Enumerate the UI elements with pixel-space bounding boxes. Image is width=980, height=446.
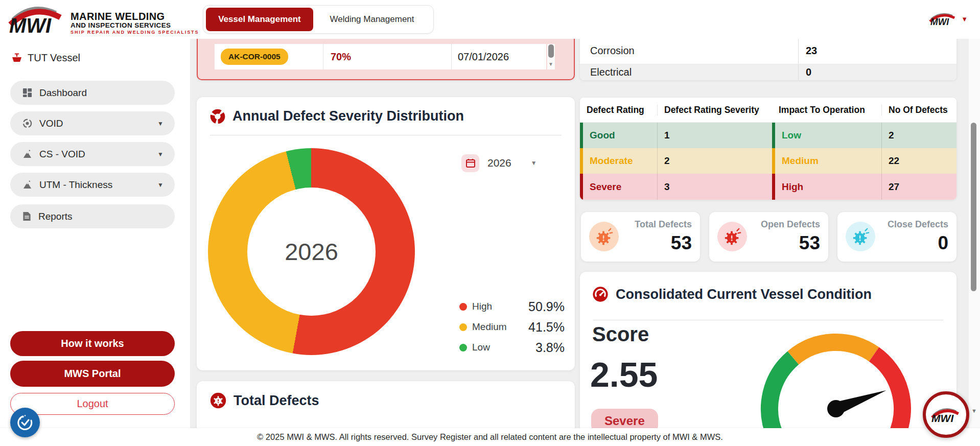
sidebar-item-reports[interactable]: Reports: [10, 204, 175, 228]
tab-welding-management[interactable]: Welding Management: [313, 8, 431, 31]
inspection-table-scrollbar[interactable]: ▼: [547, 44, 555, 69]
sidebar-item-utm-thickness[interactable]: UTM - Thickness ▼: [10, 173, 175, 197]
legend-item-low: Low 3.8%: [459, 340, 565, 355]
sidebar-item-label: CS - VOID: [39, 149, 85, 160]
legend-value: 41.5%: [528, 320, 565, 335]
card-header: Total Defects: [210, 392, 319, 409]
category-value: 23: [798, 37, 956, 64]
sidebar-item-cs-void[interactable]: CS - VOID ▼: [10, 142, 175, 166]
category-value: 0: [798, 64, 956, 80]
year-selector[interactable]: 2026 ▼: [461, 152, 553, 174]
legend-value: 50.9%: [528, 299, 565, 314]
sidebar-item-void[interactable]: VOID ▼: [10, 111, 175, 135]
cookie-check-icon: [16, 414, 34, 431]
column-header: Impact To Operation: [772, 105, 881, 115]
page-scrollbar[interactable]: ▼: [969, 39, 980, 428]
sidebar-item-label: UTM - Thickness: [39, 179, 112, 191]
footer: © 2025 MWI & MWS. All rights reserved. S…: [0, 428, 980, 446]
top-header: MWI MARINE WELDING AND INSPECTION SERVIC…: [0, 0, 980, 39]
stat-label: Total Defects: [635, 219, 692, 230]
category-label: Electrical: [580, 66, 798, 78]
table-row: Corrosion 23: [580, 37, 956, 64]
chevron-down-icon: ▼: [157, 181, 164, 189]
severity-donut-chart: 2026: [208, 148, 415, 355]
gauge-icon: [592, 286, 609, 302]
stat-value: 0: [938, 232, 948, 254]
stat-card-close-defects: Close Defects 0: [837, 212, 956, 262]
card-title: Annual Defect Severity Distribution: [232, 108, 464, 124]
stat-label: Close Defects: [888, 219, 948, 230]
vessel-selector[interactable]: TUT Vessel: [11, 52, 80, 64]
defects-cell: 2: [881, 123, 956, 148]
severity-cell: 3: [657, 174, 772, 200]
rating-cell: Good: [580, 123, 657, 148]
defect-rating-table: Defect Rating Defect Rating Severity Imp…: [580, 98, 956, 200]
scrollbar-thumb[interactable]: [548, 44, 554, 58]
stat-card-total-defects: Total Defects 53: [581, 212, 700, 262]
mws-portal-button[interactable]: MWS Portal: [10, 361, 175, 387]
chevron-down-icon: ▼: [531, 159, 537, 167]
cookie-consent-widget[interactable]: [10, 408, 40, 437]
mwi-logo-icon: MWI: [7, 2, 67, 37]
legend-label: High: [472, 301, 492, 312]
card-title: Total Defects: [234, 393, 319, 409]
tab-vessel-management[interactable]: Vessel Management: [206, 8, 313, 31]
mountain-icon: [22, 149, 32, 159]
legend-item-high: High 50.9%: [459, 299, 565, 314]
scroll-down-icon[interactable]: ▼: [548, 61, 553, 67]
stat-label: Open Defects: [761, 219, 820, 230]
target-icon: [22, 119, 32, 128]
severity-cell: 1: [657, 123, 772, 148]
stat-card-open-defects: Open Defects 53: [709, 212, 828, 262]
gear-alert-icon: [846, 222, 875, 251]
legend-value: 3.8%: [535, 340, 565, 355]
donut-center-label: 2026: [285, 238, 338, 266]
inspection-row: AK-COR-0005 70% 07/01/2026: [215, 44, 546, 69]
defect-id-cell: AK-COR-0005: [215, 44, 323, 69]
defects-cell: 22: [881, 148, 956, 174]
vessel-label: TUT Vessel: [28, 52, 80, 64]
legend-item-medium: Medium 41.5%: [459, 319, 565, 335]
chevron-down-icon: ▼: [157, 120, 164, 127]
legend-dot: [459, 344, 467, 351]
legend-dot: [459, 303, 467, 311]
column-header: Defect Rating: [580, 105, 657, 115]
sidebar-item-label: Dashboard: [39, 87, 87, 99]
legend-label: Medium: [472, 321, 507, 333]
svg-text:MWI: MWI: [9, 14, 52, 37]
brand-text: MARINE WELDING AND INSPECTION SERVICES S…: [71, 4, 199, 35]
card-header: Consolidated Current Vessel Condition: [592, 286, 872, 302]
report-icon: [22, 212, 31, 221]
percent-cell: 70%: [323, 44, 452, 69]
donut-chart-icon: [210, 109, 225, 124]
card-header: Annual Defect Severity Distribution: [210, 108, 464, 124]
scroll-down-icon[interactable]: ▼: [971, 408, 977, 414]
sidebar: TUT Vessel Dashboard VOID ▼ CS - VOID ▼: [0, 39, 190, 428]
date-cell: 07/01/2026: [452, 44, 546, 69]
scrollbar-thumb[interactable]: [971, 123, 976, 291]
rating-cell: Moderate: [580, 148, 657, 174]
score-label: Score: [592, 323, 649, 346]
donut-hole: 2026: [247, 187, 376, 316]
dashboard-page: AK-COR-0005 70% 07/01/2026 ▼ Corrosion 2…: [0, 0, 980, 446]
score-value: 2.55: [590, 355, 658, 394]
dashboard-icon: [22, 88, 32, 98]
severity-cell: 2: [657, 148, 772, 174]
column-header: Defect Rating Severity: [657, 105, 772, 115]
impact-cell: High: [772, 174, 881, 200]
how-it-works-button[interactable]: How it works: [10, 331, 175, 356]
sidebar-item-dashboard[interactable]: Dashboard: [10, 81, 175, 105]
defects-cell: 27: [881, 174, 956, 200]
mwi-floating-button[interactable]: MWI: [923, 391, 969, 438]
brand-line1: MARINE WELDING: [71, 11, 199, 22]
impact-cell: Low: [772, 123, 881, 148]
chevron-down-icon: ▼: [157, 151, 164, 158]
mountain-icon: [22, 180, 32, 190]
account-menu[interactable]: MWI ▼: [928, 11, 968, 27]
severity-distribution-card: Annual Defect Severity Distribution 2026…: [197, 97, 575, 370]
table-row-severe: Severe 3 High 27: [580, 174, 956, 200]
stat-value: 53: [799, 232, 820, 254]
ship-icon: [11, 53, 22, 64]
app-logo: MWI MARINE WELDING AND INSPECTION SERVIC…: [7, 2, 199, 37]
divider: [210, 135, 562, 135]
